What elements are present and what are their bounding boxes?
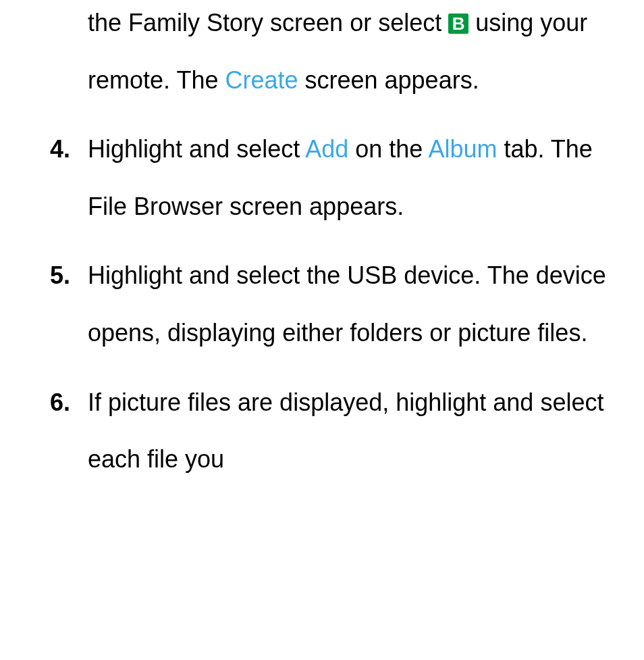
text-run: If picture files are displayed, highligh… [88,388,603,474]
b-button-icon: B [448,14,468,34]
step-4: 4. Highlight and select Add on the Album… [27,121,617,235]
step-6: 6. If picture files are displayed, highl… [27,374,617,488]
step-body: Highlight and select Add on the Album ta… [88,121,617,235]
manual-page: the Family Story screen or select B usin… [0,0,644,488]
step-number: 5. [50,247,70,305]
step-continuation: the Family Story screen or select B usin… [27,0,617,109]
step-body: the Family Story screen or select B usin… [88,0,617,109]
text-run: on the [348,135,428,163]
step-body: Highlight and select the USB device. The… [88,247,617,361]
step-body: If picture files are displayed, highligh… [88,374,617,488]
step-number: 6. [50,374,70,432]
text-run: screen appears. [298,66,479,94]
highlight-term: Add [305,135,348,163]
highlight-term: Create [225,66,298,94]
text-run: the Family Story screen or select [88,9,448,36]
highlight-term: Album [428,135,497,163]
text-run: Highlight and select [88,135,305,163]
text-run: Highlight and select the USB device. The… [88,261,606,347]
step-5: 5. Highlight and select the USB device. … [27,247,617,361]
step-number: 4. [50,121,70,178]
